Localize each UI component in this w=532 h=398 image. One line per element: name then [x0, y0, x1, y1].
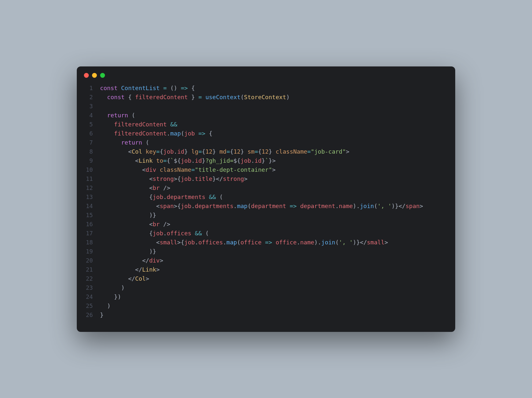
token: join	[321, 239, 335, 246]
line-number: 26	[86, 310, 93, 320]
token: .	[163, 230, 167, 237]
code-line[interactable]: <br />	[100, 220, 423, 229]
line-number: 25	[86, 301, 93, 310]
line-number: 10	[86, 165, 93, 174]
code-line[interactable]: <br />	[100, 183, 423, 193]
code-line[interactable]: const ContentList = () => {	[100, 84, 423, 93]
line-number: 12	[86, 183, 93, 193]
token: ', '	[377, 203, 391, 209]
token: >	[174, 175, 177, 182]
token: (	[170, 85, 174, 91]
token: <	[149, 221, 153, 228]
code-line[interactable]: <Link to={`${job.id}?gh_jid=${job.id}`}>	[100, 156, 423, 165]
token: }	[153, 212, 156, 218]
token: 12	[261, 148, 269, 155]
token: offices	[198, 239, 223, 246]
token: {	[128, 94, 132, 100]
token: /	[146, 257, 149, 264]
token: =	[198, 148, 202, 155]
zoom-icon[interactable]	[100, 73, 105, 78]
token: )	[353, 239, 356, 246]
token: {	[149, 193, 153, 200]
code-line[interactable]: <strong>{job.title}</strong>	[100, 174, 423, 183]
token: job	[163, 148, 174, 155]
token: >	[244, 175, 248, 182]
code-area[interactable]: const ContentList = () => { const { filt…	[100, 84, 423, 320]
minimize-icon[interactable]	[92, 73, 97, 78]
token: div	[149, 257, 160, 264]
token: <	[142, 257, 146, 264]
code-line[interactable]: <span>{job.departments.map(department =>…	[100, 202, 423, 211]
token: <	[149, 184, 153, 191]
code-line[interactable]: </div>	[100, 256, 423, 265]
code-line[interactable]: )	[100, 283, 423, 292]
token: .	[297, 239, 300, 246]
token: >	[146, 275, 149, 282]
token: =	[191, 166, 195, 173]
token: <	[142, 166, 146, 173]
code-editor[interactable]: 1234567891011121314151617181920212223242…	[77, 81, 455, 322]
code-line[interactable]: return (	[100, 111, 423, 120]
code-line[interactable]: filteredContent.map(job => {	[100, 129, 423, 138]
token: `	[265, 157, 269, 164]
token: =>	[265, 239, 272, 246]
token: >	[385, 239, 388, 246]
line-number: 6	[86, 129, 93, 138]
code-line[interactable]: )}	[100, 211, 423, 220]
token: return	[107, 112, 128, 119]
token: lg	[191, 148, 199, 155]
code-line[interactable]: </Link>	[100, 265, 423, 274]
token: &&	[195, 230, 202, 237]
token: offices	[167, 230, 191, 237]
token: >	[177, 239, 181, 246]
code-line[interactable]: const { filteredContent } = useContext(S…	[100, 93, 423, 102]
token: job	[184, 130, 195, 137]
token: <	[135, 157, 139, 164]
code-line[interactable]: {job.departments && (	[100, 193, 423, 202]
token: Col	[135, 275, 146, 282]
line-number: 13	[86, 193, 93, 202]
token: )	[107, 302, 110, 309]
code-line[interactable]: </Col>	[100, 274, 423, 283]
token: }	[269, 157, 272, 164]
token: department	[251, 203, 286, 209]
token: Link	[139, 157, 153, 164]
token: /	[219, 175, 223, 182]
token: (	[237, 239, 240, 246]
code-line[interactable]	[100, 102, 423, 111]
line-number: 1	[86, 84, 93, 93]
line-number: 22	[86, 274, 93, 283]
line-number: 14	[86, 202, 93, 211]
token: }	[191, 94, 195, 100]
token: <	[156, 203, 160, 209]
code-line[interactable]: <Col key={job.id} lg={12} md={12} sm={12…	[100, 147, 423, 156]
token: <	[128, 148, 132, 155]
token: .	[234, 203, 237, 209]
code-line[interactable]: return (	[100, 138, 423, 147]
code-line[interactable]: )	[100, 301, 423, 310]
close-icon[interactable]	[84, 73, 89, 78]
code-line[interactable]: })	[100, 292, 423, 301]
token: departments	[167, 193, 205, 200]
token: department	[300, 203, 335, 209]
token: {	[149, 230, 153, 237]
token: )	[118, 293, 121, 300]
code-line[interactable]: }	[100, 310, 423, 320]
token: =	[307, 148, 311, 155]
token: "job-card"	[311, 148, 346, 155]
token: .	[251, 157, 255, 164]
token: className	[160, 166, 191, 173]
line-number: 20	[86, 256, 93, 265]
token: &&	[209, 193, 216, 200]
code-line[interactable]: <div className="title-dept-container">	[100, 165, 423, 174]
code-line[interactable]: {job.offices && (	[100, 229, 423, 238]
code-line[interactable]: <small>{job.offices.map(office => office…	[100, 238, 423, 247]
token: .	[335, 203, 339, 209]
token: {	[202, 148, 205, 155]
token: }	[213, 175, 216, 182]
token: }	[395, 203, 399, 209]
code-line[interactable]: )}	[100, 247, 423, 256]
token: {	[209, 130, 213, 137]
token: )	[286, 94, 290, 100]
code-line[interactable]: filteredContent &&	[100, 120, 423, 129]
